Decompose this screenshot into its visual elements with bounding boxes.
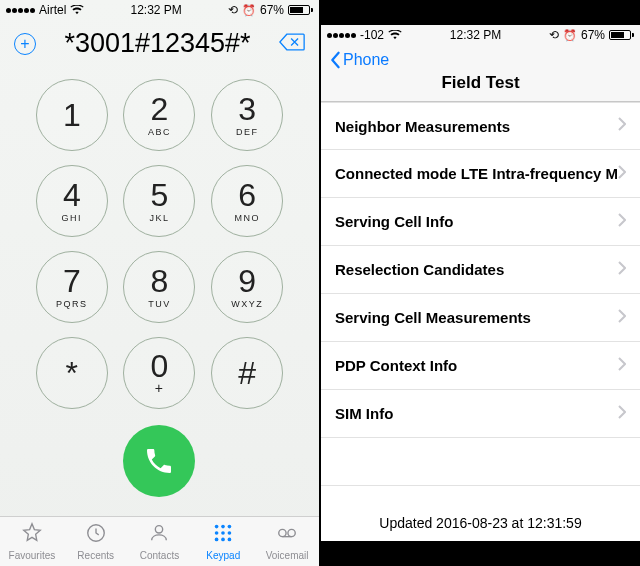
list-item[interactable]: Connected mode LTE Intra-frequency Meas	[321, 150, 640, 198]
lock-icon: ⟲	[228, 3, 238, 17]
chevron-right-icon	[618, 117, 626, 135]
phone-dialer-screen: Airtel 12:32 PM ⟲ ⏰ 67% + *3001#12345#* …	[0, 0, 319, 566]
svg-point-3	[221, 525, 225, 529]
key-letters: MNO	[234, 213, 260, 223]
tab-label: Keypad	[206, 550, 240, 561]
svg-point-11	[279, 529, 286, 536]
clock: 12:32 PM	[450, 28, 501, 42]
tab-keypad[interactable]: Keypad	[191, 517, 255, 566]
keypad-key-9[interactable]: 9WXYZ	[211, 251, 283, 323]
keypad-icon	[211, 522, 235, 548]
tab-label: Voicemail	[266, 550, 309, 561]
back-button[interactable]: Phone	[329, 51, 632, 69]
key-digit: 5	[151, 179, 169, 211]
alarm-icon: ⏰	[242, 4, 256, 17]
battery-percent: 67%	[581, 28, 605, 42]
key-letters: PQRS	[56, 299, 88, 309]
key-digit: 3	[238, 93, 256, 125]
key-letters: WXYZ	[231, 299, 263, 309]
list-item[interactable]: PDP Context Info	[321, 342, 640, 390]
list-item[interactable]: Neighbor Measurements	[321, 102, 640, 150]
keypad-key-*[interactable]: *	[36, 337, 108, 409]
key-digit: 0	[151, 350, 169, 382]
status-bar: -102 12:32 PM ⟲ ⏰ 67%	[321, 25, 640, 45]
wifi-icon	[70, 5, 84, 15]
tab-recents[interactable]: Recents	[64, 517, 128, 566]
key-digit: 2	[151, 93, 169, 125]
updated-footer: Updated 2016-08-23 at 12:31:59	[321, 507, 640, 541]
list-item-label: PDP Context Info	[335, 357, 457, 374]
svg-point-6	[221, 531, 225, 535]
letterbox-top	[321, 0, 640, 25]
svg-point-12	[288, 529, 295, 536]
list-item-label: Serving Cell Measurements	[335, 309, 531, 326]
tab-contacts[interactable]: Contacts	[128, 517, 192, 566]
tab-label: Contacts	[140, 550, 179, 561]
list-item-label: Neighbor Measurements	[335, 118, 510, 135]
key-letters: TUV	[148, 299, 171, 309]
keypad-key-2[interactable]: 2ABC	[123, 79, 195, 151]
clock: 12:32 PM	[130, 3, 181, 17]
keypad-key-#[interactable]: #	[211, 337, 283, 409]
keypad-key-7[interactable]: 7PQRS	[36, 251, 108, 323]
key-digit: *	[66, 357, 78, 389]
keypad-key-3[interactable]: 3DEF	[211, 79, 283, 151]
key-digit: 7	[63, 265, 81, 297]
chevron-right-icon	[618, 165, 626, 183]
list-item[interactable]: SIM Info	[321, 390, 640, 438]
tab-voicemail[interactable]: Voicemail	[255, 517, 319, 566]
call-button[interactable]	[123, 425, 195, 497]
tab-favourites[interactable]: Favourites	[0, 517, 64, 566]
key-letters: ABC	[148, 127, 171, 137]
svg-point-5	[215, 531, 219, 535]
battery-percent: 67%	[260, 3, 284, 17]
keypad-key-5[interactable]: 5JKL	[123, 165, 195, 237]
list-item[interactable]: Serving Cell Measurements	[321, 294, 640, 342]
letterbox-bottom	[321, 541, 640, 566]
list-item-label: Reselection Candidates	[335, 261, 504, 278]
key-digit: 8	[151, 265, 169, 297]
chevron-right-icon	[618, 405, 626, 423]
add-contact-button[interactable]: +	[14, 33, 36, 55]
carrier-label: Airtel	[39, 3, 66, 17]
chevron-right-icon	[618, 357, 626, 375]
list-item-label: Connected mode LTE Intra-frequency Meas	[335, 165, 618, 182]
keypad-key-1[interactable]: 1	[36, 79, 108, 151]
key-digit: 4	[63, 179, 81, 211]
battery-icon	[288, 5, 313, 15]
key-digit: #	[238, 357, 256, 389]
signal-dbm: -102	[360, 28, 384, 42]
svg-point-10	[228, 538, 232, 542]
key-letters: DEF	[236, 127, 259, 137]
list-item-label: Serving Cell Info	[335, 213, 453, 230]
list-item[interactable]: Serving Cell Info	[321, 198, 640, 246]
list-item-label: SIM Info	[335, 405, 393, 422]
svg-point-1	[156, 526, 163, 533]
svg-point-4	[228, 525, 232, 529]
alarm-icon: ⏰	[563, 29, 577, 42]
svg-point-7	[228, 531, 232, 535]
keypad-key-8[interactable]: 8TUV	[123, 251, 195, 323]
key-digit: 9	[238, 265, 256, 297]
keypad-key-4[interactable]: 4GHI	[36, 165, 108, 237]
menu-list: Neighbor MeasurementsConnected mode LTE …	[321, 102, 640, 507]
backspace-button[interactable]	[279, 33, 305, 55]
contacts-icon	[147, 522, 171, 548]
page-title: Field Test	[329, 73, 632, 93]
wifi-icon	[388, 30, 402, 40]
keypad-key-6[interactable]: 6MNO	[211, 165, 283, 237]
back-label: Phone	[343, 51, 389, 69]
svg-point-8	[215, 538, 219, 542]
list-item[interactable]: Reselection Candidates	[321, 246, 640, 294]
keypad-grid: 12ABC3DEF4GHI5JKL6MNO7PQRS8TUV9WXYZ*0+#	[0, 71, 319, 497]
favourites-icon	[20, 522, 44, 548]
keypad-key-0[interactable]: 0+	[123, 337, 195, 409]
key-digit: 6	[238, 179, 256, 211]
key-digit: 1	[63, 99, 81, 131]
chevron-right-icon	[618, 213, 626, 231]
empty-row	[321, 438, 640, 486]
voicemail-icon	[275, 522, 299, 548]
key-letters: +	[155, 380, 165, 396]
tab-label: Recents	[77, 550, 114, 561]
tab-bar: FavouritesRecentsContactsKeypadVoicemail	[0, 516, 319, 566]
